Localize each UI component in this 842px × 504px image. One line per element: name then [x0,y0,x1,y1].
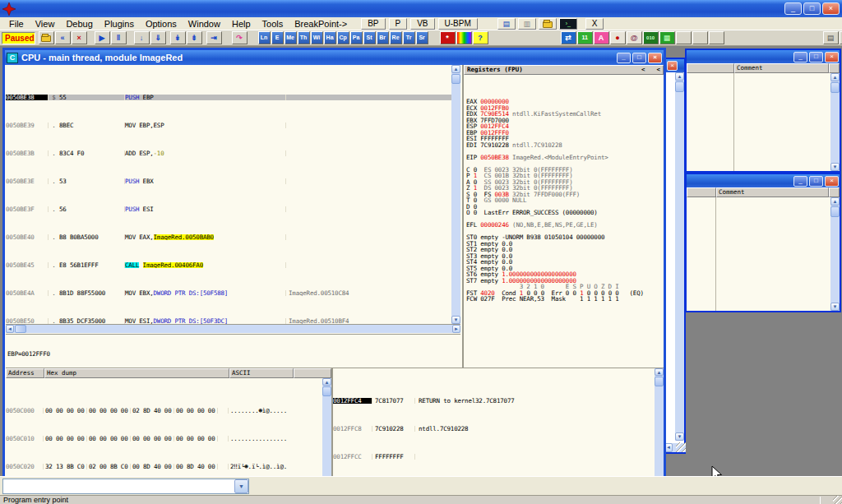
scroll-up-icon[interactable]: ▲ [322,378,331,386]
breakpoint-plugin-button[interactable]: ● [610,31,626,44]
maximize-button[interactable]: □ [809,52,823,62]
scrollbar-thumb[interactable] [675,81,684,92]
animate-into-button[interactable]: ↡ [170,31,186,44]
notes-button[interactable]: ▤ [497,18,516,30]
pause-button[interactable]: ‖ [111,31,127,44]
step-into-button[interactable]: ↓ [134,31,150,44]
disassembly-hscrollbar[interactable]: ◄ ► [6,324,460,333]
registers-pane[interactable]: Registers (FPU) < < EAX 00000000ECX 0012… [462,65,664,368]
disasm-row[interactable]: 0050BE4A . 8B1D 88F55000 MOV EBX,DWORD P… [6,290,451,296]
toolbar-pane-button[interactable]: Ha [324,31,336,44]
scroll-up-icon[interactable]: ▲ [830,197,840,206]
disasm-row[interactable]: 0050BE50 . 8B35 DCF35000 MOV ESI,DWORD P… [6,318,451,324]
menu-item[interactable]: Window [183,18,226,30]
background-window-close-button[interactable]: × [667,61,678,71]
scroll-down-icon[interactable]: ▼ [451,316,460,324]
toolbar-pane-button[interactable]: Re [390,31,402,44]
dump-row[interactable]: 0050C010 00 00 00 0000 00 00 0000 00 00 … [6,436,331,442]
execute-till-return-button[interactable]: ⇥ [206,31,222,44]
comment-column-header[interactable]: Comment [734,63,829,73]
spiral-plugin-button[interactable]: @ [627,31,642,44]
binary-plugin-button[interactable]: 010 [643,31,659,44]
minimize-button[interactable]: _ [784,2,802,15]
menu-item[interactable]: Options [140,18,183,30]
plugin-toolbar-button[interactable]: P [389,18,408,30]
background-window-vscrollbar[interactable]: ▲ ▼ [675,72,684,441]
dump-pane[interactable]: Address Hex dump ASCII 0050C000 00 00 00… [6,368,331,476]
disasm-row[interactable]: 0050BE3B . 83C4 F0 ADD ESP,-10 [6,150,451,156]
dump-row[interactable]: 0050C000 00 00 00 0000 00 00 0002 8D 40 … [6,408,331,414]
comment-window-top-vscrollbar[interactable]: ▲ ▼ [830,73,840,171]
empty-toolbar-button[interactable] [692,31,708,44]
close-button[interactable]: × [648,53,662,63]
scroll-left-icon[interactable]: ◄ [6,325,14,333]
empty-toolbar-button[interactable] [676,31,692,44]
register-line[interactable]: FCW 027F Prec NEAR,53 Mask 1 1 1 1 1 1 [464,296,664,303]
menu-item[interactable]: Help [226,18,257,30]
minimize-button[interactable]: _ [793,176,807,187]
stack-vscrollbar[interactable]: ▲ ▼ [655,368,664,476]
minimize-button[interactable]: _ [617,53,631,63]
background-window[interactable]: × ▲ ▼ ◄ [663,58,686,454]
scroll-down-icon[interactable]: ▼ [675,432,684,441]
combo-dropdown-button[interactable]: ▼ [234,479,248,493]
pages-button[interactable]: ▥ [518,18,536,30]
scroll-up-icon[interactable]: ▲ [655,368,664,376]
memory-plugin-button[interactable]: ▦ [659,31,675,44]
toolbar-pane-button[interactable]: Sr [416,31,428,44]
registers-pager-left-icon[interactable]: < [641,66,645,74]
toolbar-pane-button[interactable]: E [271,31,284,44]
scroll-up-icon[interactable]: ▲ [451,65,460,73]
stack-pane[interactable]: 0012FFC4 7C817077 RETURN to kernel32.7C8… [331,368,664,476]
register-line[interactable]: EFL 00000246 (NO,NB,E,BE,NS,PE,GE,LE) [464,222,664,229]
cpu-window-titlebar[interactable]: C CPU - main thread, module ImageRed _ □… [5,50,664,65]
stack-row[interactable]: 0012FFCC FFFFFFFF [333,454,664,460]
dump-ascii-header[interactable]: ASCII [229,368,294,378]
step-over-button[interactable]: ⇓ [150,31,166,44]
toolbar-pane-button[interactable]: Cp [337,31,349,44]
numbers-plugin-button[interactable]: 11 [577,31,593,44]
minimize-button[interactable]: _ [793,52,807,62]
console-button[interactable]: ›_ [559,18,577,30]
command-combobox[interactable]: ▼ [2,479,249,494]
toolbar-pane-button[interactable]: St [363,31,376,44]
scrollbar-thumb[interactable] [830,206,840,217]
scrollbar-thumb[interactable] [322,386,331,396]
comment-window-bottom[interactable]: _ □ × Comment ▲ ▼ [685,173,841,312]
window-resize-grip[interactable] [833,496,842,504]
scroll-down-icon[interactable]: ▼ [830,303,840,311]
maximize-button[interactable]: □ [809,176,823,187]
maximize-button[interactable]: □ [803,2,821,15]
toolbar-pane-button[interactable]: Wi [311,31,323,44]
open-file-button[interactable] [39,31,54,44]
scrollbar-thumb[interactable] [830,82,840,93]
disasm-row[interactable]: 0050BE3F . 56 PUSH ESI [6,206,451,212]
column-header[interactable] [687,187,716,197]
close-program-button[interactable]: × [72,31,87,44]
disassembly-vscrollbar[interactable]: ▲ ▼ [451,65,460,324]
appearance-button[interactable] [456,31,472,44]
menu-item[interactable]: Plugins [99,18,140,30]
toolbar-close-button[interactable]: X [585,18,604,30]
stack-row[interactable]: 0012FFC4 7C817077 RETURN to kernel32.7C8… [333,398,664,404]
swap-plugin-button[interactable]: ⇄ [561,31,576,44]
scrollbar-thumb[interactable] [451,74,460,84]
register-line[interactable]: T 0 GS 0000 NULL [464,197,664,204]
plugin-toolbar-button[interactable]: U-BPM [438,18,478,30]
toolbar-pane-button[interactable]: Br [377,31,389,44]
goto-button[interactable]: ↷ [232,31,248,44]
register-line[interactable]: EIP 0050BE38 ImageRed.<ModuleEntryPoint> [464,155,664,161]
registers-pager-right-icon[interactable]: < [656,66,660,74]
background-window-titlebar[interactable]: × [664,59,684,72]
stack-row[interactable]: 0012FFC8 7C910228 ntdll.7C910228 [333,426,664,432]
plugin-toolbar-button[interactable]: BP [361,18,385,30]
dump-hex-header[interactable]: Hex dump [44,368,229,378]
ascii-plugin-button[interactable]: A [594,31,609,44]
animate-over-button[interactable]: ⇟ [187,31,202,44]
disasm-row[interactable]: 0050BE45 . E8 56B1EFFF CALL ImageRed.004… [6,262,451,268]
background-window-hscrollbar[interactable]: ◄ [664,443,686,452]
open-folder-button[interactable] [539,18,557,30]
close-button[interactable]: × [825,176,839,187]
dump-row[interactable]: 0050C020 32 13 8B C002 00 8B C000 8D 40 … [6,464,331,469]
main-titlebar[interactable]: _ □ × [0,0,842,17]
